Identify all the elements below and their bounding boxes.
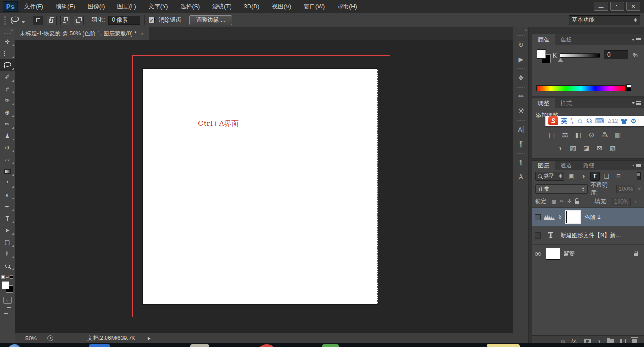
blur-tool[interactable]: ❜ <box>0 177 15 189</box>
taskbar-app-icon[interactable] <box>487 344 520 347</box>
move-tool[interactable]: ✛ <box>0 36 15 48</box>
menu-edit[interactable]: 编辑(E) <box>50 0 82 13</box>
layer-thumbnail[interactable] <box>546 248 560 260</box>
k-value-input[interactable]: 0 <box>604 50 628 59</box>
ime-language-mode-icon[interactable]: 英 <box>561 116 567 126</box>
zoom-tool[interactable] <box>0 260 15 272</box>
panel-menu-icon[interactable] <box>632 39 641 41</box>
threshold-adjustment-icon[interactable]: ◪ <box>582 144 590 152</box>
type-layer-thumbnail[interactable]: T <box>544 231 558 240</box>
dock-collapse-arrows[interactable]: « <box>513 27 528 33</box>
close-button[interactable]: ✕ <box>626 2 640 11</box>
color-balance-adjustment-icon[interactable]: ⚖ <box>561 131 569 139</box>
tab-layers[interactable]: 图层 <box>532 161 555 170</box>
brush-panel-button[interactable]: ✏ <box>513 89 529 103</box>
lock-transparency-icon[interactable]: ▩ <box>551 198 556 205</box>
foreground-color-swatch[interactable] <box>2 281 9 289</box>
paragraph-styles-panel-button[interactable]: ¶ <box>513 155 529 169</box>
ime-login-icon[interactable]: ♙12 <box>607 116 618 126</box>
k-slider-thumb[interactable] <box>558 58 563 62</box>
ime-keyboard-icon[interactable]: ⌨ <box>595 116 604 126</box>
hand-tool[interactable]: ✌ <box>0 248 15 260</box>
filter-smart-objects-button[interactable]: ⊡ <box>614 172 623 181</box>
taskbar-app-icon[interactable] <box>190 344 209 347</box>
actions-panel-button[interactable]: ▶ <box>513 52 529 66</box>
selective-color-adjustment-icon[interactable]: ▧ <box>609 144 617 152</box>
photo-filter-adjustment-icon[interactable]: ⊙ <box>587 131 595 139</box>
layer-name[interactable]: 新建图形文件【N】新… <box>561 231 621 240</box>
layer-row-levels-1[interactable]: 8 色阶 1 <box>532 208 644 226</box>
zoom-level-field[interactable]: 50% <box>25 335 37 342</box>
restore-button[interactable] <box>610 2 624 11</box>
layer-filter-toggle[interactable] <box>637 172 641 180</box>
ime-voice-icon[interactable]: ☊ <box>586 116 592 126</box>
tab-styles[interactable]: 样式 <box>555 98 578 108</box>
filter-type-layers-button[interactable]: T <box>590 172 600 181</box>
dodge-tool[interactable]: ◐ <box>0 189 15 201</box>
panel-menu-icon[interactable] <box>632 165 641 166</box>
lasso-tool[interactable] <box>0 59 15 71</box>
channel-mixer-adjustment-icon[interactable]: ⁂ <box>601 131 609 139</box>
menu-filter[interactable]: 滤镜(T) <box>206 0 238 13</box>
opacity-value[interactable]: 100% <box>616 185 635 193</box>
gradient-tool[interactable] <box>0 165 15 177</box>
paragraph-panel-button[interactable]: ¶ <box>513 136 529 151</box>
quick-mask-button[interactable]: ◌ <box>3 297 12 304</box>
visibility-eye-icon[interactable] <box>535 252 541 256</box>
history-panel-button[interactable]: ↻ <box>513 37 529 52</box>
pen-tool[interactable]: ✒ <box>0 201 15 213</box>
taskbar-app-icon[interactable] <box>89 344 110 347</box>
black-white-adjustment-icon[interactable]: ◧ <box>574 131 582 139</box>
clone-source-panel-button[interactable]: ⚒ <box>513 103 529 118</box>
workspace-selector[interactable]: 基本功能 <box>569 15 640 25</box>
feather-input[interactable]: 0 像素 <box>108 16 140 25</box>
crop-tool[interactable]: # <box>0 83 15 95</box>
vibrance-adjustment-icon[interactable]: ▤ <box>548 131 556 139</box>
visibility-checkbox[interactable] <box>535 232 541 239</box>
properties-panel-button[interactable]: ❖ <box>513 70 529 85</box>
foreground-color-swatch[interactable] <box>537 49 546 59</box>
menu-image[interactable]: 图像(I) <box>82 0 111 13</box>
spectrum-white-black-swatches[interactable] <box>626 84 631 91</box>
filter-pixel-layers-button[interactable]: ▣ <box>567 172 576 181</box>
eyedropper-tool[interactable]: ✑ <box>0 95 15 107</box>
dock-grip[interactable] <box>517 120 525 121</box>
opacity-dropdown-icon[interactable] <box>638 188 641 190</box>
layer-row-background[interactable]: 背景 <box>532 245 644 263</box>
path-selection-tool[interactable]: ➤ <box>0 224 15 236</box>
rectangular-marquee-tool[interactable] <box>0 48 15 59</box>
taskbar-app-icon[interactable] <box>258 344 275 347</box>
tab-color[interactable]: 颜色 <box>532 34 555 45</box>
invert-adjustment-icon[interactable]: ◑ <box>556 144 564 152</box>
menu-layer[interactable]: 图层(L) <box>111 0 142 13</box>
new-selection-mode-button[interactable] <box>33 16 43 25</box>
menu-select[interactable]: 选择(S) <box>174 0 206 13</box>
layer-mask-thumbnail[interactable] <box>566 211 580 223</box>
menu-type[interactable]: 文字(Y) <box>142 0 174 13</box>
antialias-checkbox[interactable]: ✓ <box>149 17 155 23</box>
tab-adjustments[interactable]: 调整 <box>532 98 555 108</box>
menu-file[interactable]: 文件(F) <box>18 0 50 13</box>
mask-link-icon[interactable]: 8 <box>559 214 562 220</box>
brush-tool[interactable]: ✏ <box>0 118 15 130</box>
layer-name[interactable]: 色阶 1 <box>585 213 601 221</box>
sogou-logo-icon[interactable]: S <box>548 116 558 125</box>
ime-punctuation-icon[interactable]: ’, <box>570 116 574 126</box>
taskbar-app-icon[interactable] <box>322 344 339 347</box>
current-tool-preset[interactable] <box>10 16 25 24</box>
quick-selection-tool[interactable]: ✐ <box>0 71 15 83</box>
menu-help[interactable]: 帮助(H) <box>331 0 363 13</box>
eraser-tool[interactable]: ▱ <box>0 154 15 165</box>
default-swap-colors[interactable]: ⇄ <box>1 274 14 279</box>
status-expand-icon[interactable]: ▶ <box>148 336 151 341</box>
menu-view[interactable]: 视图(V) <box>265 0 297 13</box>
type-tool[interactable]: T <box>0 213 15 224</box>
panel-menu-icon[interactable] <box>632 102 641 104</box>
screen-mode-button[interactable] <box>4 307 11 314</box>
shape-tool[interactable]: ▢ <box>0 236 15 248</box>
menu-3d[interactable]: 3D(D) <box>238 0 265 13</box>
filter-shape-layers-button[interactable]: ❑ <box>602 172 611 181</box>
refine-edge-button[interactable]: 调整边缘 ... <box>189 15 232 25</box>
menu-window[interactable]: 窗口(W) <box>297 0 331 13</box>
clone-stamp-tool[interactable]: ♟ <box>0 130 15 142</box>
